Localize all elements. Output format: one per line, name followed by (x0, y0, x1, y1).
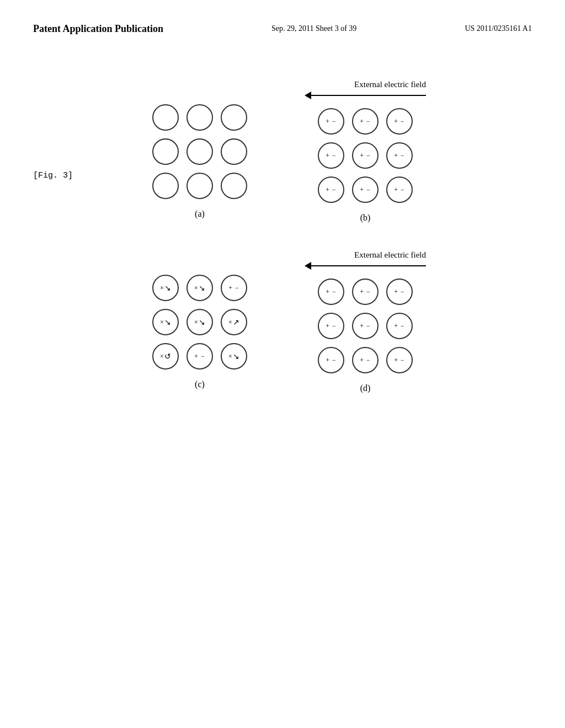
arrowhead-d (305, 262, 311, 270)
circle-d-1: + − (318, 279, 344, 305)
circle-a-4 (152, 138, 179, 165)
ef-label-b: External electric field (354, 80, 426, 89)
circle-a-6 (221, 138, 247, 165)
main-content: (a) External electric field + − + − + − … (0, 47, 565, 393)
circle-d-2: + − (352, 279, 379, 305)
circle-a-3 (221, 104, 247, 131)
circle-b-5: + − (352, 142, 379, 169)
circle-d-6: + − (386, 313, 413, 339)
ef-label-d: External electric field (354, 250, 426, 260)
circle-b-4: + − (318, 142, 344, 169)
bottom-diagrams-row: ×↘ ×↘ + − ×↘ ×↘ ×↗ ×↺ (0, 250, 565, 393)
circle-a-2 (186, 104, 213, 131)
circle-b-6: + − (386, 142, 413, 169)
grid-c: ×↘ ×↘ + − ×↘ ×↘ ×↗ ×↺ (149, 271, 250, 373)
ef-line-d (311, 265, 426, 266)
ef-arrow-b (305, 92, 426, 99)
top-diagrams-row: (a) External electric field + − + − + − … (0, 80, 565, 223)
arrowhead-b (305, 92, 311, 99)
ef-arrow-d (305, 262, 426, 270)
circle-a-9 (221, 173, 247, 199)
diagram-c: ×↘ ×↘ + − ×↘ ×↘ ×↗ ×↺ (139, 250, 260, 393)
circle-a-1 (152, 104, 179, 131)
circle-d-9: + − (386, 347, 413, 373)
circle-c-4: ×↘ (152, 309, 179, 335)
circle-b-3: + − (386, 108, 413, 135)
grid-a (149, 101, 250, 202)
circle-d-4: + − (318, 313, 344, 339)
circle-b-9: + − (386, 176, 413, 203)
circle-d-8: + − (352, 347, 379, 373)
label-b: (b) (360, 213, 371, 223)
diagram-b: External electric field + − + − + − + − … (305, 80, 426, 223)
circle-c-8: + − (186, 343, 213, 370)
circle-c-2: ×↘ (186, 275, 213, 301)
diagram-a: (a) (139, 80, 260, 223)
label-a: (a) (195, 209, 205, 219)
label-d: (d) (360, 383, 371, 393)
circle-b-1: + − (318, 108, 344, 135)
circle-c-7: ×↺ (152, 343, 179, 370)
ef-header-b: External electric field (305, 80, 426, 99)
grid-b: + − + − + − + − + − + − + − + − + − (315, 105, 416, 206)
circle-d-3: + − (386, 279, 413, 305)
circle-a-7 (152, 173, 179, 199)
circle-a-5 (186, 138, 213, 165)
circle-b-8: + − (352, 176, 379, 203)
label-c: (c) (195, 379, 205, 389)
circle-c-5: ×↘ (186, 309, 213, 335)
patent-number: US 2011/0235161 A1 (465, 22, 532, 33)
circle-d-5: + − (352, 313, 379, 339)
sheet-info: Sep. 29, 2011 Sheet 3 of 39 (271, 22, 356, 33)
diagram-d: External electric field + − + − + − + − … (305, 250, 426, 393)
ef-header-d: External electric field (305, 250, 426, 270)
publication-label: Patent Application Publication (33, 22, 163, 36)
circle-a-8 (186, 173, 213, 199)
grid-d: + − + − + − + − + − + − + − + − + − (315, 275, 416, 377)
spacer-c (139, 250, 260, 271)
circle-c-1: ×↘ (152, 275, 179, 301)
circle-d-7: + − (318, 347, 344, 373)
circle-b-7: + − (318, 176, 344, 203)
spacer-a (139, 80, 260, 101)
circle-b-2: + − (352, 108, 379, 135)
circle-c-6: ×↗ (221, 309, 247, 335)
page-header: Patent Application Publication Sep. 29, … (0, 0, 565, 47)
ef-line-b (311, 95, 426, 96)
circle-c-3: + − (221, 275, 247, 301)
circle-c-9: ×↘ (221, 343, 247, 370)
